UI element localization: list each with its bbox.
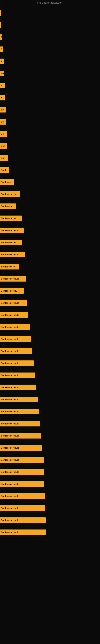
bar: Bottleneck result [0,433,41,438]
bar-label: Bottleneck result [1,519,19,522]
bar-label: Bottleneck result [1,446,19,449]
bar-row: Bottleneck result [0,406,100,418]
bar-label: Bottleneck result [1,302,19,304]
bar-label: Bottleneck result [1,507,19,509]
bar: Bottleneck result [0,384,36,390]
bar-row: Bott [0,140,100,152]
bar-label: Bottleneck resu [1,241,17,244]
bar: Bottleneck result [0,457,44,463]
bar: B [0,83,5,88]
bar [0,22,1,28]
bar-label: Bottleneck result [1,459,19,461]
bar-label: Bottleneck result [1,531,19,534]
bar-label: Bottleneck result [1,471,19,473]
bar-row: Bottleneck result [0,381,100,394]
bar-row: Bottleneck result [0,418,100,430]
bar-row: Bo [0,68,100,80]
bar-row: Bottl [0,164,100,176]
bar-label: Bottleneck result [1,229,19,232]
bar: Bottleneck result [0,336,31,342]
bar-label: Bo [1,120,4,123]
bar-label: Bottleneck res [1,193,16,196]
bar-row: Bottleneck re [0,260,100,273]
bar-row: Bottleneck resu [0,236,100,248]
bar-row: Bottleneck result [0,369,100,381]
bar-label: Bott [1,157,5,159]
bar-label: E [1,60,2,62]
bar: Bottleneck result [0,421,40,426]
bar: E [0,58,3,64]
bar: Bottleneck resu [0,240,22,245]
bar-row: Bottlenec [0,176,100,188]
bar: Bottleneck result [0,445,42,450]
bar-label: Bottleneck result [1,253,19,256]
bar-row: Bottleneck result [0,309,100,321]
bar-label: Bott [1,145,5,147]
bar-label: Bottleneck result [1,374,19,376]
bar-label: Bottleneck resu [1,290,17,292]
bar: Bottleneck result [0,312,28,318]
bar-row: Bottleneck result [0,357,100,369]
bar: Bottleneck resu [0,216,22,221]
bar-row: Bottleneck result [0,526,100,538]
bar-label: B [1,48,2,50]
bar: Bottleneck result [0,397,38,402]
bar-row: Bottleneck result [0,490,100,502]
bar: Bottleneck result [0,409,39,414]
bar: Bottl [0,167,9,173]
bar-label: Bottleneck result [1,398,19,401]
bar: Bottleneck result [0,324,30,330]
bar-row: Bott [0,152,100,164]
bar-label: Bottleneck result [1,495,19,497]
bar-label: Bottl [1,169,6,171]
bar-label: Bottlenec [1,181,11,183]
bar-label: Bottleneck result [1,278,19,280]
bar [0,10,1,16]
bar: Bot [0,131,7,137]
bar-row: Bottleneck result [0,224,100,236]
bar-row: Bottleneck result [0,454,100,466]
bar: Bott [0,143,7,149]
bar-row: Bottleneck result [0,502,100,514]
bar-row [0,7,100,19]
bar-row: Bottleneck resu [0,212,100,224]
bar-label: Bottleneck [1,205,12,208]
bar-label: E [1,36,2,38]
bar-label: Bo [1,108,4,111]
bar-label: Bottleneck result [1,362,19,364]
bar: Bottleneck [0,204,16,209]
bar: Bott [0,155,8,161]
bar-label: Bo [1,72,4,75]
bar-label: Bottleneck result [1,314,19,316]
bar-label: B [1,96,2,99]
bar-label: Bottleneck result [1,410,19,413]
bar-label: Bottleneck resu [1,217,17,220]
bar: Bottleneck result [0,372,35,378]
bar-row: Bottleneck [0,200,100,212]
bar-row: E [0,31,100,43]
bar-label: Bottleneck result [1,326,19,328]
bar-row: Bottleneck result [0,345,100,357]
bar-row: E [0,55,100,68]
bar-label: Bottleneck result [1,434,19,437]
bar-label: B [1,84,2,87]
bar-row: B [0,92,100,104]
bar-row: Bottleneck result [0,333,100,345]
bar-row: Bottleneck result [0,297,100,309]
bar-label: Bottleneck result [1,350,19,352]
bar: Bottleneck result [0,493,45,499]
bar-label: Bottleneck result [1,338,19,340]
bar-row: Bot [0,128,100,140]
bar: Bottleneck result [0,530,46,535]
bar-row: Bottleneck result [0,321,100,333]
bar: Bo [0,119,6,124]
bar-label: Bottleneck re [1,266,15,268]
bar-row: Bottleneck result [0,466,100,478]
bar: E [0,34,2,40]
bar-label: Bottleneck result [1,483,19,485]
bar-row: Bottleneck result [0,478,100,490]
bar-row: Bottleneck res [0,188,100,200]
bar-row [0,19,100,31]
bars-container: EBEBoBBBoBoBotBottBottBottlBottlenecBott… [0,5,100,538]
bar-row: Bottleneck result [0,248,100,260]
